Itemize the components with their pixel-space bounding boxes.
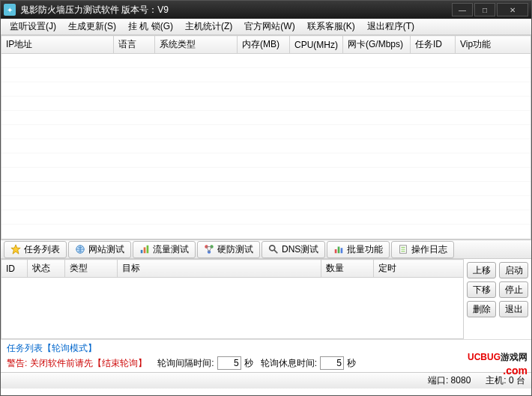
- warn-text: 关闭软件前请先【结束轮询】: [30, 357, 147, 370]
- nodes-icon: [204, 244, 214, 255]
- tab-label: 硬防测试: [217, 243, 253, 256]
- task-grid-header: ID 状态 类型 目标 数量 定时: [1, 259, 464, 278]
- poll-mode-label: 任务列表【轮询模式】: [7, 342, 525, 355]
- tab-label: 批量功能: [347, 243, 383, 256]
- svg-rect-4: [147, 246, 149, 254]
- svg-rect-11: [338, 247, 340, 254]
- col-nic[interactable]: 网卡(G/Mbps): [343, 36, 411, 54]
- col-vip[interactable]: Vip功能: [456, 36, 531, 54]
- poll-info: 任务列表【轮询模式】 警告: 关闭软件前请先【结束轮询】 轮询间隔时间: 秒 轮…: [1, 339, 531, 372]
- col-ip[interactable]: IP地址: [1, 36, 114, 54]
- move-up-button[interactable]: 上移: [467, 262, 496, 278]
- col-lang[interactable]: 语言: [114, 36, 155, 54]
- tab-label: DNS测试: [282, 243, 318, 256]
- svg-marker-0: [11, 245, 20, 254]
- title-bar: ✦ 鬼影防火墙压力测试软件 版本号：V9 — □ ✕: [1, 1, 531, 19]
- status-port: 端口: 8080: [428, 374, 471, 387]
- svg-rect-10: [335, 249, 337, 253]
- main-grid: IP地址 语言 系统类型 内存(MB) CPU(MHz) 网卡(G/Mbps) …: [1, 35, 531, 240]
- col-taskid[interactable]: 任务ID: [411, 36, 456, 54]
- rest-label: 轮询休息时间:: [261, 357, 317, 370]
- interval-input[interactable]: [217, 356, 241, 370]
- tab-hardtest[interactable]: 硬防测试: [197, 241, 260, 258]
- col-count[interactable]: 数量: [321, 260, 374, 278]
- col-cpu[interactable]: CPU(MHz): [290, 36, 343, 54]
- task-grid-body[interactable]: [1, 278, 464, 339]
- svg-rect-2: [141, 250, 143, 253]
- svg-point-8: [270, 246, 275, 251]
- tab-webtest[interactable]: 网站测试: [68, 241, 131, 258]
- status-bar: 端口: 8080 主机: 0 台: [1, 372, 531, 389]
- svg-rect-3: [144, 247, 146, 253]
- move-down-button[interactable]: 下移: [467, 281, 496, 298]
- svg-rect-12: [341, 248, 343, 253]
- menu-bar: 监听设置(J) 生成更新(S) 挂 机 锁(G) 主机统计(Z) 官方网站(W)…: [1, 19, 531, 35]
- tab-bar: 任务列表 网站测试 流量测试 硬防测试 DNS测试 批量功能 操作日志: [1, 240, 531, 259]
- warn-label: 警告:: [7, 357, 27, 370]
- rest-input[interactable]: [320, 356, 344, 370]
- menu-exit[interactable]: 退出程序(T): [361, 19, 420, 34]
- main-grid-body[interactable]: [1, 54, 531, 240]
- col-mem[interactable]: 内存(MB): [238, 36, 290, 54]
- col-timer[interactable]: 定时: [374, 260, 464, 278]
- exit-button[interactable]: 退出: [499, 301, 528, 317]
- col-target[interactable]: 目标: [118, 260, 321, 278]
- tab-label: 操作日志: [411, 243, 447, 256]
- chart-icon: [139, 244, 150, 255]
- status-hosts: 主机: 0 台: [486, 374, 525, 387]
- tab-label: 任务列表: [24, 243, 60, 256]
- menu-support[interactable]: 联系客服(K): [301, 19, 361, 34]
- menu-generate[interactable]: 生成更新(S): [62, 19, 122, 34]
- menu-hoststat[interactable]: 主机统计(Z): [179, 19, 238, 34]
- tab-label: 流量测试: [153, 243, 189, 256]
- tab-batch[interactable]: 批量功能: [327, 241, 390, 258]
- menu-website[interactable]: 官方网站(W): [238, 19, 300, 34]
- tab-traffic[interactable]: 流量测试: [133, 241, 196, 258]
- interval-label: 轮询间隔时间:: [157, 357, 214, 370]
- search-icon: [268, 244, 279, 255]
- menu-listen[interactable]: 监听设置(J): [4, 19, 62, 34]
- log-icon: [398, 244, 408, 255]
- minimize-button[interactable]: —: [452, 3, 473, 16]
- interval-unit: 秒: [244, 357, 253, 370]
- menu-lock[interactable]: 挂 机 锁(G): [122, 19, 179, 34]
- col-os[interactable]: 系统类型: [155, 36, 238, 54]
- task-grid: ID 状态 类型 目标 数量 定时: [1, 259, 464, 339]
- star-icon: [10, 244, 21, 255]
- bars-icon: [333, 244, 344, 255]
- start-button[interactable]: 启动: [499, 262, 528, 278]
- window-title: 鬼影防火墙压力测试软件 版本号：V9: [20, 4, 450, 16]
- rest-unit: 秒: [347, 357, 356, 370]
- tab-dnstest[interactable]: DNS测试: [262, 241, 325, 258]
- tab-log[interactable]: 操作日志: [391, 241, 454, 258]
- globe-icon: [75, 244, 85, 255]
- side-buttons: 上移 启动 下移 停止 删除 退出: [464, 259, 531, 339]
- maximize-button[interactable]: □: [474, 3, 495, 16]
- stop-button[interactable]: 停止: [499, 281, 528, 298]
- tab-label: 网站测试: [88, 243, 124, 256]
- main-grid-header: IP地址 语言 系统类型 内存(MB) CPU(MHz) 网卡(G/Mbps) …: [1, 35, 531, 54]
- close-button[interactable]: ✕: [497, 3, 528, 16]
- col-status[interactable]: 状态: [28, 260, 65, 278]
- app-icon: ✦: [4, 4, 16, 16]
- col-id[interactable]: ID: [1, 260, 28, 278]
- col-type[interactable]: 类型: [65, 260, 118, 278]
- bottom-panel: ID 状态 类型 目标 数量 定时 上移 启动 下移 停止 删除 退出: [1, 259, 531, 339]
- delete-button[interactable]: 删除: [467, 301, 496, 317]
- tab-tasklist[interactable]: 任务列表: [4, 241, 67, 258]
- svg-line-9: [274, 250, 277, 253]
